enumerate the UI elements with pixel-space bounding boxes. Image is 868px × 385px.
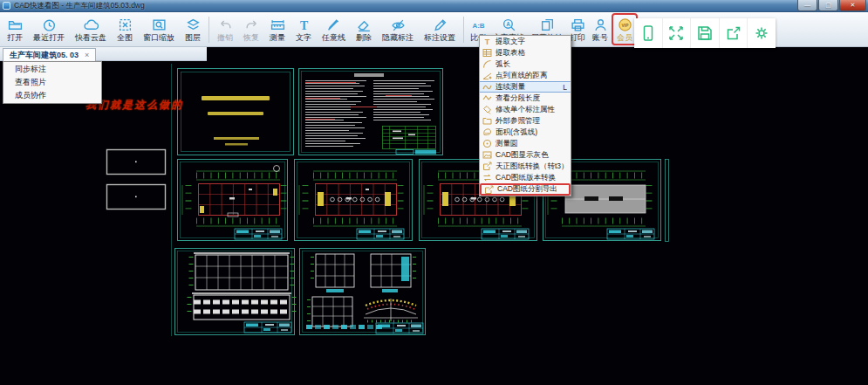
menu-item-member-collab[interactable]: 成员协作 <box>3 89 101 102</box>
image-icon <box>482 150 492 160</box>
menu-item-arc-length[interactable]: 弧长 <box>480 58 571 70</box>
fullscreen-icon <box>667 24 685 42</box>
scale-ratio-icon: A:B <box>471 17 486 32</box>
arc-icon <box>482 59 492 69</box>
window-zoom-button[interactable]: 窗口缩放 <box>138 13 180 46</box>
swap-icon <box>482 173 492 182</box>
close-button[interactable]: ✕ <box>839 0 866 11</box>
open-folder-icon <box>8 17 23 32</box>
app-window: CAD快速看图 - 生产车间建筑05.03.dwg — ▢ ✕ 打开 最近打开 … <box>0 0 868 385</box>
svg-text:A: A <box>506 21 510 27</box>
save-floppy-icon <box>696 24 714 42</box>
menu-item-tianzheng-convert[interactable]: 天正图纸转换（转t3） <box>480 161 571 172</box>
vip-icon: VIP <box>618 17 632 32</box>
menu-item-extract-text[interactable]: T 提取文字 <box>480 36 571 47</box>
shortcut-label: L <box>563 83 567 92</box>
hide-annotation-button[interactable]: 隐藏标注 <box>377 13 419 46</box>
sheet-sections <box>300 249 426 335</box>
svg-text:T: T <box>299 18 307 31</box>
open-button[interactable]: 打开 <box>2 13 28 46</box>
circle-icon <box>482 139 492 148</box>
recent-open-button[interactable]: 最近打开 <box>28 13 70 46</box>
pen-line-icon <box>326 17 341 32</box>
printer-icon <box>571 17 585 32</box>
tab-strip: 生产车间建筑05. 03 × <box>0 47 207 61</box>
toolbar-separator <box>208 17 209 43</box>
annotation-box-2 <box>107 185 166 210</box>
eye-slash-icon <box>391 17 406 32</box>
menu-item-measure-circle[interactable]: 测量圆 <box>480 138 571 149</box>
menu-item-extract-table[interactable]: 提取表格 <box>480 47 571 58</box>
maximize-button[interactable]: ▢ <box>818 0 838 11</box>
menu-item-point-to-line[interactable]: 点到直线的距离 <box>480 70 571 81</box>
svg-text:T: T <box>485 38 490 46</box>
folder-icon <box>482 116 492 126</box>
share-button[interactable] <box>720 18 748 48</box>
tab-context-menu: 同步标注 查看照片 成员协作 <box>3 61 102 104</box>
free-line-button[interactable]: 任意线 <box>317 13 351 46</box>
menu-item-segment-length[interactable]: 查看分段长度 <box>480 93 571 104</box>
export-icon <box>482 162 492 171</box>
tab-close-icon[interactable]: × <box>85 52 89 59</box>
layers-button[interactable]: 图层 <box>180 13 206 46</box>
menu-item-cad-gray-display[interactable]: CAD图显示灰色 <box>480 149 571 161</box>
extract-table-icon <box>482 48 492 58</box>
sheet-cover <box>178 69 294 155</box>
layers-icon <box>186 17 201 32</box>
account-button[interactable]: 账号 <box>589 13 612 46</box>
menu-item-continuous-measure[interactable]: 连续测量 L <box>480 81 571 93</box>
sheet-plan-2 <box>295 160 413 241</box>
tab-label: 生产车间建筑05. 03 <box>10 50 79 61</box>
split-export-icon <box>484 185 494 195</box>
save-button[interactable] <box>691 18 720 48</box>
fullscreen-button[interactable] <box>663 18 692 48</box>
segments-icon <box>482 93 492 103</box>
full-view-button[interactable]: 全图 <box>112 13 138 46</box>
delete-button[interactable]: 删除 <box>351 13 377 46</box>
title-bar: CAD快速看图 - 生产车间建筑05.03.dwg — ▢ ✕ <box>0 0 868 12</box>
menu-item-cad-split-export[interactable]: CAD图纸分割导出 <box>480 183 571 196</box>
text-button[interactable]: T 文字 <box>290 13 317 46</box>
menu-item-xref-manager[interactable]: 外部参照管理 <box>480 115 571 127</box>
toolbar-separator <box>463 17 464 43</box>
tab-drawing[interactable]: 生产车间建筑05. 03 × <box>3 48 96 61</box>
cloud-drive-button[interactable]: 快看云盘 <box>70 13 112 46</box>
sheet-plan-1 <box>178 160 288 241</box>
text-icon: T <box>297 17 311 32</box>
clock-icon <box>42 17 57 32</box>
pencil-settings-icon <box>433 17 448 32</box>
settings-button[interactable] <box>748 18 776 48</box>
annotation-settings-button[interactable]: 标注设置 <box>419 13 461 46</box>
svg-text:VIP: VIP <box>621 23 629 27</box>
menu-item-view-photos[interactable]: 查看照片 <box>3 76 101 89</box>
eraser-icon <box>357 17 372 32</box>
menu-item-cad-version-convert[interactable]: CAD图纸版本转换 <box>480 172 571 183</box>
zoom-window-icon <box>152 17 167 32</box>
minimize-button[interactable]: — <box>797 0 817 11</box>
phone-preview-icon <box>639 24 657 42</box>
rotate-pages-icon <box>540 17 555 32</box>
phone-preview-button[interactable] <box>634 18 663 48</box>
measure-button[interactable]: 测量 <box>264 13 290 46</box>
menu-item-area[interactable]: 面积(含弧线) <box>480 127 571 138</box>
search-text-icon: A <box>502 17 516 32</box>
undo-icon <box>218 17 233 32</box>
menu-item-edit-annotation-attr[interactable]: 修改单个标注属性 <box>480 104 571 115</box>
menu-item-sync-annotation[interactable]: 同步标注 <box>3 63 101 76</box>
area-icon <box>482 127 492 137</box>
recorder-overlay-toolbar <box>634 18 776 48</box>
svg-text:A:B: A:B <box>472 22 484 30</box>
redo-button[interactable]: 恢复 <box>238 13 264 46</box>
app-icon <box>3 2 10 10</box>
polyline-icon <box>482 82 492 92</box>
cloud-icon <box>84 17 99 32</box>
vip-dropdown-menu: T 提取文字 提取表格 弧长 点到直线的距离 连续测量 L 查看分段长度 修改单… <box>479 35 571 196</box>
redo-icon <box>244 17 259 32</box>
undo-button[interactable]: 撤销 <box>212 13 238 46</box>
notes-table <box>383 127 436 149</box>
extract-text-icon: T <box>482 37 492 46</box>
full-extent-icon <box>118 17 133 32</box>
ruler-icon <box>270 17 285 32</box>
gear-icon <box>753 24 770 42</box>
sheet-notes <box>299 69 443 155</box>
